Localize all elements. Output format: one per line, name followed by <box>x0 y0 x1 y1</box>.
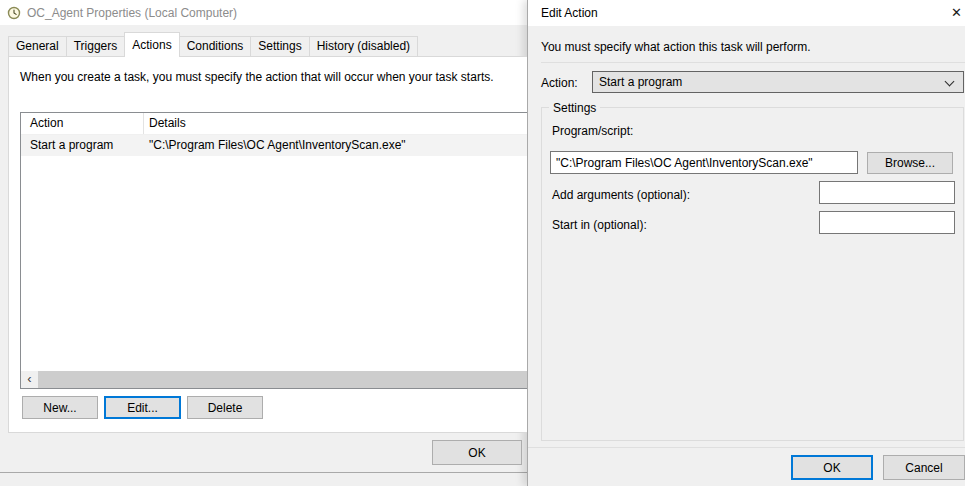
chevron-down-icon <box>945 77 955 87</box>
task-properties-titlebar: OC_Agent Properties (Local Computer) <box>0 0 527 25</box>
add-arguments-input[interactable] <box>819 181 955 204</box>
tab-history[interactable]: History (disabled) <box>309 36 418 57</box>
tab-general[interactable]: General <box>8 36 67 57</box>
program-script-label: Program/script: <box>552 124 633 138</box>
actions-list-header: Action Details <box>21 113 527 135</box>
edit-action-titlebar: Edit Action ✕ <box>528 0 965 26</box>
close-icon[interactable]: ✕ <box>948 4 965 22</box>
properties-ok-button[interactable]: OK <box>432 440 522 465</box>
program-script-input[interactable] <box>550 151 858 174</box>
settings-group-label: Settings <box>549 101 600 115</box>
edit-action-ok-button[interactable]: OK <box>791 455 873 480</box>
column-header-action[interactable]: Action <box>21 113 144 134</box>
edit-action-dialog: Edit Action ✕ You must specify what acti… <box>527 0 965 486</box>
edit-button[interactable]: Edit... <box>104 396 181 419</box>
actions-list: Action Details Start a program "C:\Progr… <box>20 112 527 389</box>
action-list-row[interactable]: Start a program "C:\Program Files\OC Age… <box>21 135 527 156</box>
scroll-left-icon[interactable]: ‹ <box>21 371 38 388</box>
delete-button[interactable]: Delete <box>187 396 263 419</box>
task-properties-window: OC_Agent Properties (Local Computer) Gen… <box>0 0 527 473</box>
action-dropdown-value: Start a program <box>599 75 682 89</box>
dialog-description: You must specify what action this task w… <box>541 40 811 54</box>
tab-conditions[interactable]: Conditions <box>179 36 252 57</box>
start-in-label: Start in (optional): <box>552 218 647 232</box>
details-cell: "C:\Program Files\OC Agent\InventoryScan… <box>144 135 527 156</box>
browse-button[interactable]: Browse... <box>867 152 953 174</box>
task-scheduler-clock-icon <box>7 6 21 20</box>
tab-strip: General Triggers Actions Conditions Sett… <box>8 32 417 57</box>
new-button[interactable]: New... <box>22 396 98 419</box>
edit-action-cancel-button[interactable]: Cancel <box>883 455 965 480</box>
action-cell: Start a program <box>21 135 144 156</box>
tab-triggers[interactable]: Triggers <box>66 36 126 57</box>
footer-separator <box>528 447 965 448</box>
start-in-input[interactable] <box>819 211 955 234</box>
dialog-title: Edit Action <box>541 0 598 26</box>
scrollbar-thumb[interactable] <box>38 371 527 388</box>
tab-settings[interactable]: Settings <box>250 36 309 57</box>
add-arguments-label: Add arguments (optional): <box>552 188 690 202</box>
tab-actions[interactable]: Actions <box>124 32 179 57</box>
window-title: OC_Agent Properties (Local Computer) <box>27 6 237 20</box>
action-label: Action: <box>541 76 578 90</box>
action-dropdown[interactable]: Start a program <box>592 71 964 93</box>
actions-instruction-text: When you create a task, you must specify… <box>20 70 494 84</box>
horizontal-scrollbar[interactable]: ‹ <box>21 371 527 388</box>
header-separator <box>541 62 965 63</box>
column-header-details[interactable]: Details <box>144 113 527 134</box>
